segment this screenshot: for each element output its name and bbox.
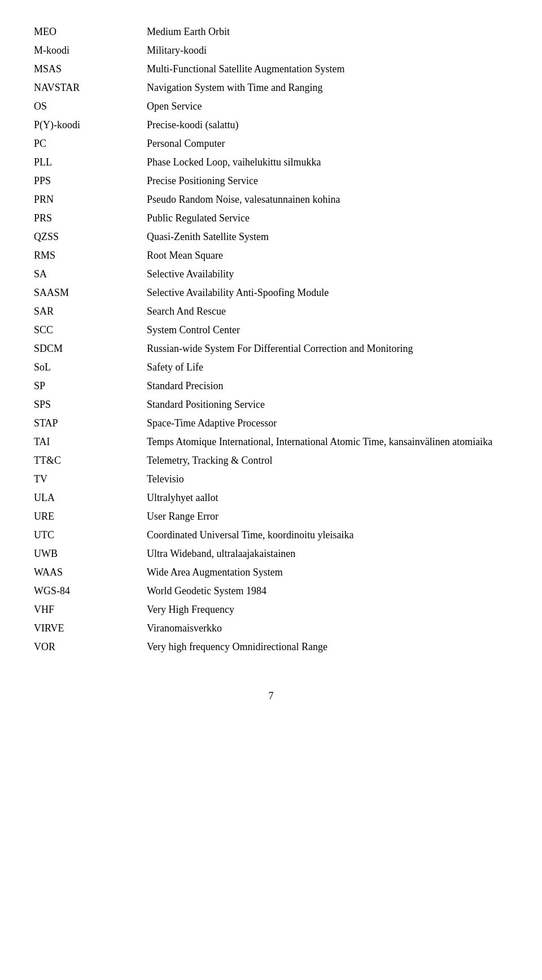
abbreviation-abbr: ULA bbox=[34, 489, 147, 507]
table-row: SASelective Availability bbox=[34, 265, 508, 284]
abbreviation-definition: Personal Computer bbox=[147, 134, 508, 153]
abbreviation-abbr: RMS bbox=[34, 246, 147, 265]
abbreviation-abbr: VHF bbox=[34, 600, 147, 619]
abbreviation-definition: Multi-Functional Satellite Augmentation … bbox=[147, 60, 508, 79]
abbreviation-abbr: PRS bbox=[34, 209, 147, 228]
table-row: PRNPseudo Random Noise, valesatunnainen … bbox=[34, 190, 508, 209]
abbreviation-abbr: SoL bbox=[34, 358, 147, 377]
abbreviation-abbr: PC bbox=[34, 134, 147, 153]
abbreviation-definition: Televisio bbox=[147, 470, 508, 489]
abbreviation-definition: Standard Precision bbox=[147, 377, 508, 395]
table-row: SAASMSelective Availability Anti-Spoofin… bbox=[34, 284, 508, 302]
table-row: M-koodiMilitary-koodi bbox=[34, 41, 508, 60]
abbreviation-definition: Medium Earth Orbit bbox=[147, 23, 508, 41]
abbreviation-abbr: URE bbox=[34, 507, 147, 526]
abbreviation-abbr: SA bbox=[34, 265, 147, 284]
table-row: SoLSafety of Life bbox=[34, 358, 508, 377]
abbreviation-definition: Search And Rescue bbox=[147, 302, 508, 321]
table-row: PPSPrecise Positioning Service bbox=[34, 172, 508, 190]
abbreviation-abbr: TV bbox=[34, 470, 147, 489]
abbreviation-abbr: SDCM bbox=[34, 339, 147, 358]
table-row: VIRVEViranomaisverkko bbox=[34, 619, 508, 638]
table-row: MEOMedium Earth Orbit bbox=[34, 23, 508, 41]
table-row: TT&CTelemetry, Tracking & Control bbox=[34, 451, 508, 470]
table-row: QZSSQuasi-Zenith Satellite System bbox=[34, 228, 508, 246]
abbreviation-abbr: WAAS bbox=[34, 563, 147, 582]
abbreviation-abbr: UWB bbox=[34, 545, 147, 563]
abbreviation-abbr: WGS-84 bbox=[34, 582, 147, 600]
table-row: PRSPublic Regulated Service bbox=[34, 209, 508, 228]
abbreviation-abbr: UTC bbox=[34, 526, 147, 545]
abbreviation-abbr: VIRVE bbox=[34, 619, 147, 638]
table-row: MSASMulti-Functional Satellite Augmentat… bbox=[34, 60, 508, 79]
abbreviation-definition: Safety of Life bbox=[147, 358, 508, 377]
table-row: P(Y)-koodiPrecise-koodi (salattu) bbox=[34, 116, 508, 134]
abbreviation-definition: Standard Positioning Service bbox=[147, 395, 508, 414]
table-row: STAPSpace-Time Adaptive Processor bbox=[34, 414, 508, 433]
abbreviation-definition: Selective Availability bbox=[147, 265, 508, 284]
abbreviation-definition: Very High Frequency bbox=[147, 600, 508, 619]
table-row: UTCCoordinated Universal Time, koordinoi… bbox=[34, 526, 508, 545]
abbreviation-definition: Ultra Wideband, ultralaajakaistainen bbox=[147, 545, 508, 563]
abbreviation-abbr: SPS bbox=[34, 395, 147, 414]
abbreviation-definition: Military-koodi bbox=[147, 41, 508, 60]
abbreviation-definition: Coordinated Universal Time, koordinoitu … bbox=[147, 526, 508, 545]
abbreviation-abbr: PRN bbox=[34, 190, 147, 209]
abbreviation-abbr: P(Y)-koodi bbox=[34, 116, 147, 134]
table-row: OSOpen Service bbox=[34, 97, 508, 116]
table-row: UWBUltra Wideband, ultralaajakaistainen bbox=[34, 545, 508, 563]
table-row: SPStandard Precision bbox=[34, 377, 508, 395]
abbreviation-definition: Open Service bbox=[147, 97, 508, 116]
abbreviation-definition: Quasi-Zenith Satellite System bbox=[147, 228, 508, 246]
table-row: PLLPhase Locked Loop, vaihelukittu silmu… bbox=[34, 153, 508, 172]
abbreviation-definition: Viranomaisverkko bbox=[147, 619, 508, 638]
abbreviation-definition: Space-Time Adaptive Processor bbox=[147, 414, 508, 433]
abbreviation-definition: User Range Error bbox=[147, 507, 508, 526]
abbreviation-abbr: TAI bbox=[34, 433, 147, 451]
abbreviation-abbr: MEO bbox=[34, 23, 147, 41]
abbreviation-abbr: SAR bbox=[34, 302, 147, 321]
table-row: SCCSystem Control Center bbox=[34, 321, 508, 339]
table-row: WGS-84World Geodetic System 1984 bbox=[34, 582, 508, 600]
abbreviation-definition: Russian-wide System For Differential Cor… bbox=[147, 339, 508, 358]
abbreviation-definition: Public Regulated Service bbox=[147, 209, 508, 228]
table-row: VORVery high frequency Omnidirectional R… bbox=[34, 638, 508, 656]
table-row: SDCMRussian-wide System For Differential… bbox=[34, 339, 508, 358]
abbreviation-abbr: STAP bbox=[34, 414, 147, 433]
abbreviation-definition: Precise-koodi (salattu) bbox=[147, 116, 508, 134]
table-row: UREUser Range Error bbox=[34, 507, 508, 526]
abbreviation-definition: Temps Atomique International, Internatio… bbox=[147, 433, 508, 451]
abbreviation-definition: World Geodetic System 1984 bbox=[147, 582, 508, 600]
abbreviation-abbr: VOR bbox=[34, 638, 147, 656]
table-row: SPSStandard Positioning Service bbox=[34, 395, 508, 414]
table-row: TAITemps Atomique International, Interna… bbox=[34, 433, 508, 451]
page-number: 7 bbox=[34, 690, 508, 702]
abbreviation-definition: Ultralyhyet aallot bbox=[147, 489, 508, 507]
table-row: ULAUltralyhyet aallot bbox=[34, 489, 508, 507]
abbreviation-abbr: OS bbox=[34, 97, 147, 116]
abbreviation-definition: Wide Area Augmentation System bbox=[147, 563, 508, 582]
abbreviation-definition: Very high frequency Omnidirectional Rang… bbox=[147, 638, 508, 656]
abbreviation-definition: Precise Positioning Service bbox=[147, 172, 508, 190]
table-row: TVTelevisio bbox=[34, 470, 508, 489]
table-row: RMSRoot Mean Square bbox=[34, 246, 508, 265]
abbreviation-definition: Phase Locked Loop, vaihelukittu silmukka bbox=[147, 153, 508, 172]
abbreviation-abbr: PPS bbox=[34, 172, 147, 190]
table-row: PCPersonal Computer bbox=[34, 134, 508, 153]
abbreviation-table: MEOMedium Earth OrbitM-koodiMilitary-koo… bbox=[34, 23, 508, 656]
abbreviation-abbr: NAVSTAR bbox=[34, 79, 147, 97]
abbreviation-definition: Root Mean Square bbox=[147, 246, 508, 265]
abbreviation-abbr: QZSS bbox=[34, 228, 147, 246]
abbreviation-abbr: M-koodi bbox=[34, 41, 147, 60]
table-row: WAASWide Area Augmentation System bbox=[34, 563, 508, 582]
abbreviation-definition: Selective Availability Anti-Spoofing Mod… bbox=[147, 284, 508, 302]
table-row: SARSearch And Rescue bbox=[34, 302, 508, 321]
abbreviation-definition: Pseudo Random Noise, valesatunnainen koh… bbox=[147, 190, 508, 209]
table-row: VHFVery High Frequency bbox=[34, 600, 508, 619]
abbreviation-definition: Telemetry, Tracking & Control bbox=[147, 451, 508, 470]
abbreviation-abbr: MSAS bbox=[34, 60, 147, 79]
abbreviation-definition: System Control Center bbox=[147, 321, 508, 339]
abbreviation-abbr: SP bbox=[34, 377, 147, 395]
abbreviation-abbr: SAASM bbox=[34, 284, 147, 302]
abbreviation-abbr: SCC bbox=[34, 321, 147, 339]
